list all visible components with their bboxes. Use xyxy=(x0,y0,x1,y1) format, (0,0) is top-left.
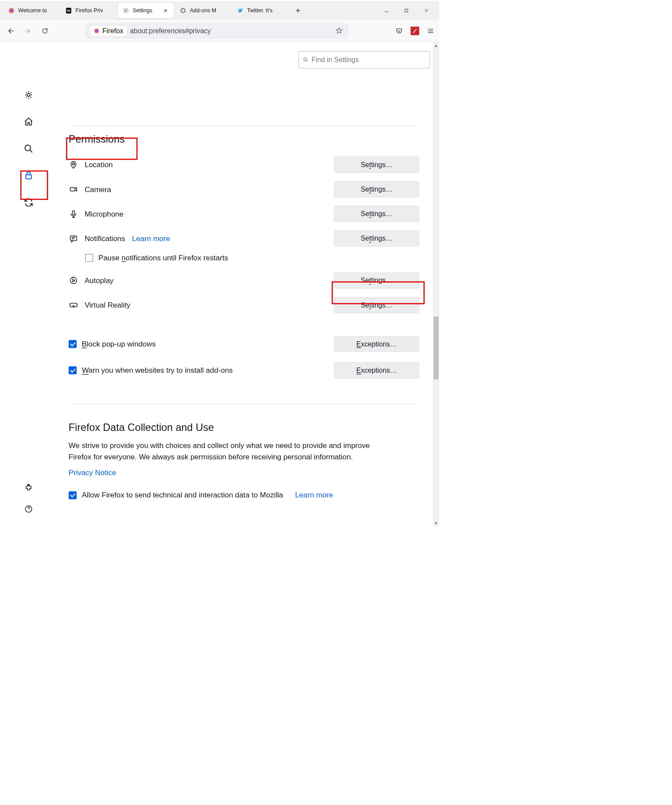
tab-privacy[interactable]: m Firefox Priv xyxy=(61,3,117,18)
vr-settings-button[interactable]: Settings… xyxy=(334,297,419,313)
vr-label: Virtual Reality xyxy=(84,301,130,309)
scroll-up-icon[interactable]: ▲ xyxy=(433,42,439,48)
camera-label: Camera xyxy=(84,185,111,194)
pocket-icon[interactable] xyxy=(395,27,403,35)
scrollbar[interactable]: ▲ ▼ xyxy=(433,42,439,526)
minimize-button[interactable] xyxy=(376,4,396,17)
svg-point-16 xyxy=(70,277,77,284)
warn-install-checkbox[interactable] xyxy=(69,366,77,374)
warn-install-label: Warn you when websites try to install ad… xyxy=(82,366,233,374)
pause-notifications-checkbox[interactable] xyxy=(85,254,93,262)
puzzle-icon xyxy=(179,7,186,14)
allow-telemetry-row: Allow Firefox to send technical and inte… xyxy=(69,486,419,505)
svg-rect-13 xyxy=(70,188,75,191)
page: Permissions Location Settings… Camera Se… xyxy=(0,42,433,526)
svg-rect-8 xyxy=(26,175,32,178)
extensions-icon[interactable] xyxy=(23,482,34,494)
close-button[interactable] xyxy=(416,4,437,17)
svg-point-5 xyxy=(95,29,98,32)
notifications-icon xyxy=(69,234,78,243)
svg-rect-15 xyxy=(70,236,77,241)
telemetry-learn-more[interactable]: Learn more xyxy=(295,491,333,500)
find-settings-input[interactable] xyxy=(312,56,426,63)
url-bar[interactable]: Firefox about:preferences#privacy xyxy=(85,23,348,38)
tab-label: Twitter. It's xyxy=(247,7,283,14)
home-icon[interactable] xyxy=(23,116,34,127)
identity-chip[interactable]: Firefox xyxy=(90,25,127,36)
scroll-thumb[interactable] xyxy=(434,317,439,380)
find-settings[interactable] xyxy=(298,51,430,68)
divider xyxy=(69,126,419,126)
block-popups-checkbox[interactable] xyxy=(69,340,77,348)
permission-camera: Camera Settings… xyxy=(69,179,419,199)
svg-point-7 xyxy=(25,145,31,151)
location-label: Location xyxy=(84,160,112,169)
notifications-settings-button[interactable]: Settings… xyxy=(334,231,419,247)
autoplay-icon xyxy=(69,276,78,285)
tab-addons[interactable]: Add-ons M xyxy=(175,3,231,18)
allow-telemetry-checkbox[interactable] xyxy=(69,491,77,499)
block-popups-row: Block pop-up windows Exceptions… xyxy=(69,334,419,354)
permissions-heading: Permissions xyxy=(69,133,125,145)
data-collection-text: We strive to provide you with choices an… xyxy=(69,440,383,463)
main-content: Permissions Location Settings… Camera Se… xyxy=(57,42,433,526)
reload-button[interactable] xyxy=(39,25,51,37)
tab-label: Add-ons M xyxy=(190,7,226,14)
microphone-settings-button[interactable]: Settings… xyxy=(334,206,419,222)
url-text: about:preferences#privacy xyxy=(130,27,332,35)
vr-icon xyxy=(69,300,78,310)
maximize-button[interactable] xyxy=(396,4,416,17)
tab-close-icon[interactable] xyxy=(162,7,168,14)
tab-label: Firefox Priv xyxy=(76,7,112,14)
chip-label: Firefox xyxy=(102,27,123,35)
block-popups-label: Block pop-up windows xyxy=(82,340,156,348)
tab-strip: Welcome to m Firefox Priv Settings Add-o… xyxy=(0,0,439,20)
permission-autoplay: Autoplay Settings… xyxy=(69,271,419,290)
autoplay-label: Autoplay xyxy=(84,276,113,285)
tab-label: Settings xyxy=(133,7,159,14)
notifications-label: Notifications xyxy=(84,234,125,243)
twitter-icon xyxy=(237,7,244,14)
tab-settings[interactable]: Settings xyxy=(118,3,174,18)
tab-twitter[interactable]: Twitter. It's xyxy=(232,3,288,18)
sidebar xyxy=(0,42,57,526)
new-tab-button[interactable] xyxy=(292,4,304,17)
svg-point-12 xyxy=(73,163,75,165)
gear-icon xyxy=(122,7,130,14)
popups-exceptions-button[interactable]: Exceptions… xyxy=(334,336,419,352)
svg-rect-14 xyxy=(73,211,75,215)
location-icon xyxy=(69,160,78,169)
privacy-icon[interactable] xyxy=(23,170,34,181)
location-settings-button[interactable]: Settings… xyxy=(334,157,419,173)
microphone-icon xyxy=(69,209,78,219)
camera-settings-button[interactable]: Settings… xyxy=(334,181,419,197)
notifications-learn-more[interactable]: Learn more xyxy=(132,234,170,243)
mozilla-icon: m xyxy=(65,7,72,14)
install-exceptions-button[interactable]: Exceptions… xyxy=(334,362,419,378)
tab-label: Welcome to xyxy=(18,7,54,14)
pause-notifications-label: Pause notifications until Firefox restar… xyxy=(98,253,228,262)
camera-icon xyxy=(69,185,78,194)
adblock-icon[interactable] xyxy=(411,26,420,35)
microphone-label: Microphone xyxy=(84,210,123,218)
scroll-down-icon[interactable]: ▼ xyxy=(433,520,439,526)
sync-icon[interactable] xyxy=(23,197,34,208)
forward-button[interactable] xyxy=(22,25,34,37)
permission-location: Location Settings… xyxy=(69,155,419,174)
tab-welcome[interactable]: Welcome to xyxy=(4,3,60,18)
privacy-notice-link[interactable]: Privacy Notice xyxy=(69,468,116,477)
toolbar: Firefox about:preferences#privacy xyxy=(0,20,439,42)
help-icon[interactable] xyxy=(23,503,34,514)
permission-vr: Virtual Reality Settings… xyxy=(69,295,419,315)
svg-point-6 xyxy=(27,94,30,96)
menu-icon[interactable] xyxy=(427,27,434,35)
general-icon[interactable] xyxy=(23,89,34,101)
bookmark-star-icon[interactable] xyxy=(336,27,343,35)
allow-telemetry-label: Allow Firefox to send technical and inte… xyxy=(82,491,283,500)
window-controls xyxy=(376,4,436,17)
autoplay-settings-button[interactable]: Settings… xyxy=(334,273,419,289)
firefox-icon xyxy=(8,7,15,14)
svg-point-2 xyxy=(125,10,127,11)
back-button[interactable] xyxy=(4,25,16,37)
search-icon[interactable] xyxy=(23,143,34,154)
